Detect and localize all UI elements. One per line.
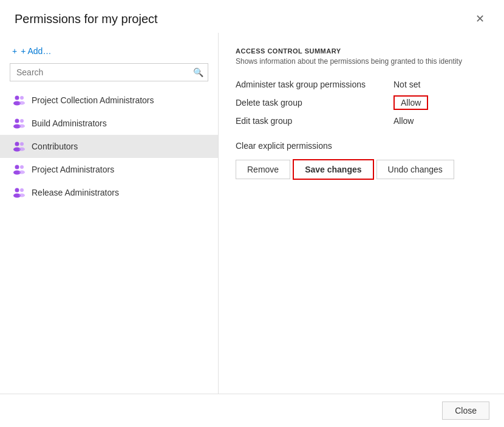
svg-point-0 [15, 96, 19, 100]
group-icon [12, 140, 26, 153]
dialog-footer: Close [0, 394, 504, 427]
identity-list: Project Collection Administrators Build … [0, 89, 218, 204]
permission-label: Edit task group [236, 113, 393, 129]
permission-label: Administer task group permissions [236, 77, 393, 92]
allow-badge: Allow [393, 95, 428, 110]
svg-point-3 [19, 101, 25, 105]
svg-point-11 [19, 148, 25, 151]
remove-button[interactable]: Remove [236, 160, 290, 179]
clear-explicit-label: Clear explicit permissions [236, 141, 487, 151]
identity-name: Contributors [32, 142, 78, 151]
save-changes-button[interactable]: Save changes [293, 159, 373, 180]
identity-name: Release Administrators [32, 188, 119, 197]
acs-section-subtitle: Shows information about the permissions … [236, 57, 487, 66]
svg-point-6 [20, 119, 24, 123]
dialog-body: + + Add… 🔍 Project Collection Administra… [0, 33, 504, 394]
permission-value: Not set [393, 77, 487, 92]
dialog-title: Permissions for my project [15, 12, 158, 26]
dialog-close-button[interactable]: ✕ [471, 11, 489, 27]
search-input[interactable] [10, 63, 208, 81]
svg-point-2 [20, 96, 24, 100]
identity-name: Project Collection Administrators [32, 95, 154, 105]
close-button[interactable]: Close [442, 401, 489, 420]
acs-section-title: ACCESS CONTROL SUMMARY [236, 47, 487, 55]
table-row: Administer task group permissions Not se… [236, 77, 487, 92]
svg-point-14 [20, 165, 24, 169]
add-icon: + [12, 46, 17, 56]
svg-point-19 [19, 194, 25, 197]
permission-value: Allow [393, 92, 487, 113]
action-buttons: Remove Save changes Undo changes [236, 159, 487, 180]
svg-point-4 [15, 119, 19, 123]
permission-label: Delete task group [236, 92, 393, 113]
group-icon [12, 94, 26, 107]
table-row: Delete task group Allow [236, 92, 487, 113]
permissions-dialog: Permissions for my project ✕ + + Add… 🔍 [0, 0, 504, 427]
undo-changes-button[interactable]: Undo changes [376, 160, 454, 179]
group-icon [12, 186, 26, 199]
group-icon [12, 117, 26, 130]
svg-point-8 [15, 142, 19, 146]
svg-point-12 [15, 165, 19, 169]
identity-name: Build Administrators [32, 118, 107, 128]
permission-value: Allow [393, 113, 487, 129]
identity-name: Project Administrators [32, 165, 114, 174]
left-panel: + + Add… 🔍 Project Collection Administra… [0, 33, 219, 394]
list-item[interactable]: Contributors [0, 135, 218, 158]
svg-point-7 [19, 125, 25, 128]
add-button[interactable]: + + Add… [0, 43, 218, 63]
svg-point-18 [20, 188, 24, 192]
group-icon [12, 163, 26, 176]
list-item[interactable]: Project Collection Administrators [0, 89, 218, 112]
list-item[interactable]: Release Administrators [0, 181, 218, 204]
permissions-table: Administer task group permissions Not se… [236, 77, 487, 129]
list-item[interactable]: Build Administrators [0, 112, 218, 135]
svg-point-10 [20, 142, 24, 146]
right-panel: ACCESS CONTROL SUMMARY Shows information… [219, 33, 504, 394]
svg-point-15 [19, 171, 25, 174]
table-row: Edit task group Allow [236, 113, 487, 129]
list-item[interactable]: Project Administrators [0, 158, 218, 181]
add-label: + Add… [21, 46, 51, 56]
dialog-header: Permissions for my project ✕ [0, 0, 504, 33]
search-container: 🔍 [10, 63, 208, 81]
svg-point-16 [15, 188, 19, 193]
